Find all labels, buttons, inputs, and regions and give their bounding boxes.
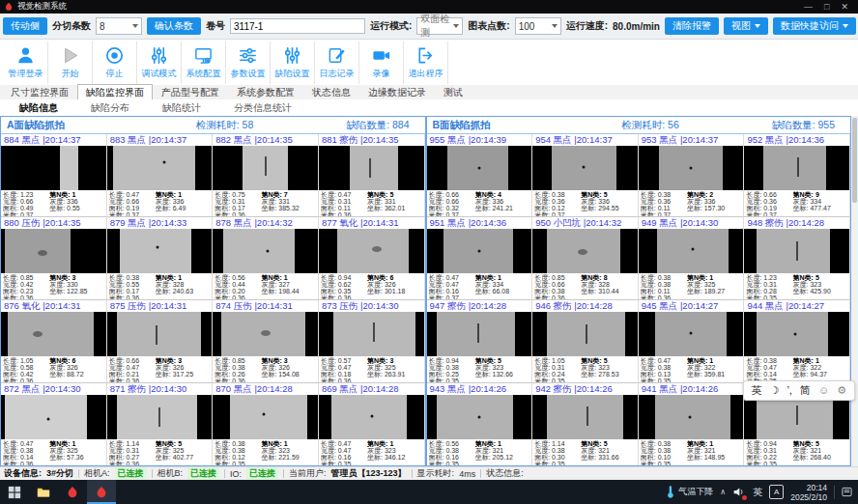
- defect-cell[interactable]: 876 氧化 |20:14:31长度: 1.05宽度: 0.58面积: 0.42…: [1, 300, 107, 383]
- defect-cell[interactable]: 950 小凹坑 |20:14:32长度: 0.85宽度: 0.66面积: 0.3…: [532, 217, 639, 300]
- sub-tab-3[interactable]: 缺陷统计: [162, 101, 201, 115]
- defect-info-left: 长度: 0.85宽度: 0.42面积: 0.23米数: 0.36: [3, 274, 47, 299]
- defect-cell[interactable]: 951 黑点 |20:14:36长度: 0.47宽度: 0.47面积: 0.16…: [427, 217, 533, 300]
- image-band: [547, 395, 622, 439]
- defect-info-left: 长度: 1.14宽度: 0.31面积: 0.27米数: 0.36: [109, 440, 154, 465]
- info-line: 第N类: 3: [367, 357, 421, 364]
- defect-cell[interactable]: 875 压伤 |20:14:31长度: 0.66宽度: 0.47面积: 0.21…: [107, 300, 214, 383]
- defect-cell[interactable]: 947 擦伤 |20:14:28长度: 0.94宽度: 0.38面积: 0.25…: [427, 300, 533, 383]
- defect-cell[interactable]: 869 黑点 |20:14:28长度: 0.47宽度: 0.47面积: 0.16…: [319, 383, 425, 466]
- info-line: 面积: 0.11: [321, 205, 365, 211]
- defect-cell[interactable]: 952 黑点 |20:14:36长度: 0.66宽度: 0.36面积: 0.19…: [744, 134, 850, 217]
- defect-cell[interactable]: 881 擦伤 |20:14:35长度: 0.47宽度: 0.31面积: 0.11…: [319, 134, 425, 217]
- app-icon-1[interactable]: [58, 480, 87, 504]
- defect-cell[interactable]: 949 黑点 |20:14:30长度: 0.38宽度: 0.38面积: 0.11…: [639, 217, 745, 300]
- notification-center-icon[interactable]: [834, 486, 854, 499]
- defect-cell[interactable]: 942 擦伤 |20:14:26长度: 1.14宽度: 0.38面积: 0.30…: [532, 383, 639, 466]
- defect-info-right: 第N类: 5灰度: 321坐标: 268.40: [791, 440, 847, 465]
- view-menu-button[interactable]: 视图: [724, 17, 768, 35]
- main-tab-7[interactable]: 测试: [435, 84, 472, 99]
- defect-cell[interactable]: 878 黑点 |20:14:32长度: 0.56宽度: 0.44面积: 0.20…: [213, 217, 319, 300]
- info-line: 宽度: 0.31: [321, 198, 365, 205]
- ime-english-toggle[interactable]: 英: [752, 382, 762, 399]
- defect-cell[interactable]: 884 黑点 |20:14:37长度: 1.23宽度: 0.66面积: 0.49…: [1, 134, 107, 217]
- defect-cell-header: 953 黑点 |20:14:37: [639, 134, 744, 146]
- ime-settings-gear-icon[interactable]: ⚙: [837, 382, 846, 399]
- action-button-1[interactable]: 管理登录: [4, 42, 48, 84]
- defect-cell[interactable]: 954 黑点 |20:14:37长度: 0.38宽度: 0.36面积: 0.12…: [532, 134, 639, 217]
- transmission-side-button[interactable]: 传动侧: [3, 17, 47, 35]
- defect-cell[interactable]: 872 黑点 |20:14:30长度: 0.47宽度: 0.38面积: 0.14…: [1, 383, 107, 466]
- main-tab-5[interactable]: 状态信息: [303, 84, 359, 99]
- info-line: 宽度: 0.38: [641, 364, 685, 371]
- action-button-3[interactable]: 停止: [93, 42, 137, 84]
- defect-cell[interactable]: 953 黑点 |20:14:37长度: 0.38宽度: 0.36面积: 0.11…: [639, 134, 745, 217]
- roll-number-input[interactable]: [230, 18, 365, 34]
- vertical-scrollbar[interactable]: [851, 116, 858, 466]
- ime-language-indicator[interactable]: 英: [753, 486, 762, 499]
- tray-expand-icon[interactable]: ∧: [720, 488, 726, 496]
- action-button-2[interactable]: 开始: [48, 42, 93, 84]
- action-button-9[interactable]: 录像: [359, 42, 404, 84]
- defect-cell[interactable]: 943 黑点 |20:14:26长度: 0.56宽度: 0.38面积: 0.16…: [427, 383, 533, 466]
- defect-cell[interactable]: 946 擦伤 |20:14:28长度: 1.05宽度: 0.31面积: 0.24…: [532, 300, 639, 383]
- sub-tab-1[interactable]: 缺陷信息: [19, 101, 58, 115]
- defect-cell-header: 948 擦伤 |20:14:28: [744, 217, 849, 229]
- start-button[interactable]: [0, 480, 29, 504]
- action-button-4[interactable]: 调试模式: [137, 42, 182, 84]
- defect-cell[interactable]: 882 黑点 |20:14:35长度: 0.75宽度: 0.31面积: 0.17…: [213, 134, 319, 217]
- chart-points-select[interactable]: 100: [515, 17, 561, 35]
- clear-alarm-button[interactable]: 清除报警: [665, 17, 719, 35]
- info-line: 坐标: 148.95: [687, 454, 741, 461]
- image-band: [5, 395, 87, 439]
- info-line: 坐标: 88.72: [49, 371, 103, 378]
- app-icon-2-active[interactable]: [87, 480, 116, 504]
- sub-tab-2[interactable]: 缺陷分布: [91, 101, 129, 115]
- scrollbar-thumb[interactable]: [852, 118, 857, 203]
- file-explorer-icon[interactable]: [29, 480, 58, 504]
- action-button-6[interactable]: 参数设置: [226, 42, 271, 84]
- action-button-10[interactable]: 退出程序: [404, 42, 448, 84]
- weather-widget[interactable]: 气温下降: [665, 486, 713, 498]
- defect-cell[interactable]: 955 黑点 |20:14:39长度: 0.66宽度: 0.66面积: 0.32…: [427, 134, 533, 217]
- ime-punctuation-toggle[interactable]: ’,: [786, 382, 792, 399]
- run-mode-select[interactable]: 双面检测: [416, 17, 463, 35]
- close-button[interactable]: ✕: [841, 0, 848, 14]
- main-tab-2[interactable]: 缺陷监控界面: [77, 84, 153, 99]
- main-tab-3[interactable]: 产品型号配置: [153, 84, 228, 99]
- image-band: [437, 395, 512, 439]
- defect-cell[interactable]: 871 擦伤 |20:14:30长度: 1.14宽度: 0.31面积: 0.27…: [107, 383, 214, 466]
- minimize-button[interactable]: —: [804, 0, 813, 14]
- defect-cell[interactable]: 945 黑点 |20:14:27长度: 0.47宽度: 0.38面积: 0.13…: [639, 300, 745, 383]
- maximize-button[interactable]: □: [824, 0, 829, 14]
- defect-cell[interactable]: 948 擦伤 |20:14:28长度: 1.23宽度: 0.31面积: 0.28…: [744, 217, 850, 300]
- taskbar-clock[interactable]: 20:14 2025/2/10: [790, 483, 827, 502]
- main-tab-1[interactable]: 尺寸监控界面: [2, 84, 77, 99]
- volume-icon[interactable]: [732, 486, 746, 499]
- defect-cell[interactable]: 879 黑点 |20:14:33长度: 0.38宽度: 0.55面积: 0.17…: [107, 217, 214, 300]
- ime-simplified-toggle[interactable]: 简: [800, 382, 811, 399]
- defect-cell[interactable]: 873 压伤 |20:14:30长度: 0.57宽度: 0.47面积: 0.18…: [319, 300, 425, 383]
- info-line: 第N类: 5: [793, 274, 847, 281]
- quick-access-menu-button[interactable]: 数据快捷访问: [773, 17, 856, 35]
- defect-info: 长度: 1.05宽度: 0.58面积: 0.42米数: 0.36第N类: 6灰度…: [1, 356, 106, 382]
- defect-cell[interactable]: 944 黑点 |20:14:27长度: 0.38宽度: 0.47面积: 0.14…: [744, 300, 850, 383]
- defect-cell[interactable]: 883 黑点 |20:14:37长度: 0.47宽度: 0.66面积: 0.19…: [107, 134, 214, 217]
- action-button-5[interactable]: 系统配置: [182, 42, 226, 84]
- defect-cell[interactable]: 941 黑点 |20:14:26长度: 0.38宽度: 0.38面积: 0.10…: [639, 383, 745, 466]
- action-button-8[interactable]: 日志记录: [315, 42, 359, 84]
- defect-cell[interactable]: 877 氧化 |20:14:31长度: 0.94宽度: 0.62面积: 0.35…: [319, 217, 425, 300]
- ime-emoji-icon[interactable]: ☺: [818, 382, 829, 399]
- defect-cell[interactable]: 870 黑点 |20:14:28长度: 0.38宽度: 0.38面积: 0.12…: [213, 383, 319, 466]
- ime-moon-icon[interactable]: ☽: [770, 382, 780, 399]
- confirm-count-button[interactable]: 确认条数: [147, 17, 201, 35]
- main-tab-6[interactable]: 边缘数据记录: [359, 84, 435, 99]
- ime-mode-icon[interactable]: A: [769, 485, 784, 499]
- action-button-7[interactable]: 缺陷设置: [271, 42, 315, 84]
- defect-cell[interactable]: 880 压伤 |20:14:35长度: 0.85宽度: 0.42面积: 0.23…: [1, 217, 107, 300]
- main-tab-4[interactable]: 系统参数配置: [228, 84, 303, 99]
- defect-cell[interactable]: 874 压伤 |20:14:31长度: 0.85宽度: 0.38面积: 0.26…: [213, 300, 319, 383]
- thermometer-icon: [665, 486, 675, 498]
- sub-tab-4[interactable]: 分类信息统计: [234, 101, 292, 115]
- slit-count-select[interactable]: 8: [96, 17, 142, 35]
